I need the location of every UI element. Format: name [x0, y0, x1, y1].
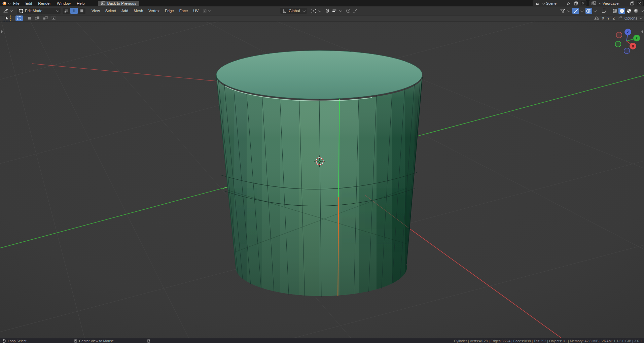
menu-render[interactable]: Render [35, 1, 54, 5]
scene-name[interactable]: Scene [546, 1, 565, 5]
blender-window: { "topbar": { "menus": ["File", "Edit", … [0, 0, 644, 343]
proportional-circle-icon [346, 8, 351, 13]
select-mode-subtract-button[interactable] [42, 15, 49, 21]
menu-mesh[interactable]: Mesh [131, 9, 146, 13]
pivot-point-button[interactable] [310, 8, 317, 14]
menu-file[interactable]: File [10, 1, 23, 5]
viewport-header: Edit Mode View Select Add Mesh Vertex Ed… [0, 6, 644, 15]
editor-type-chevron-icon [10, 9, 12, 12]
show-gizmo-button[interactable] [572, 8, 579, 14]
shading-wireframe-button[interactable] [611, 8, 618, 14]
hint-lmb-label: Loop Select [8, 339, 26, 343]
scene-chevron-icon [542, 2, 545, 4]
select-new-icon [27, 16, 32, 20]
mirror-x-toggle[interactable]: X [602, 16, 605, 20]
visibility-funnel-icon [560, 9, 565, 13]
menu-add[interactable]: Add [119, 9, 131, 13]
editor-type-button[interactable] [2, 8, 13, 14]
back-to-previous-button[interactable]: Back to Previous [98, 1, 139, 6]
shading-rendered-button[interactable] [633, 8, 639, 14]
select-mode-face-button[interactable] [78, 8, 85, 14]
topbar: File Edit Render Window Help Back to Pre… [0, 0, 644, 6]
active-tool-tweak-button[interactable] [3, 15, 11, 21]
falloff-chevron-icon [208, 9, 211, 12]
proportional-falloff-icon-button[interactable] [352, 8, 359, 14]
shading-chevron-icon [641, 9, 643, 12]
pivot-chevron-icon [319, 9, 321, 12]
menu-vertex[interactable]: Vertex [146, 9, 162, 13]
snap-base-icon[interactable] [617, 16, 622, 20]
menu-uv[interactable]: UV [190, 9, 201, 13]
blender-logo-icon[interactable] [0, 1, 8, 5]
menu-help[interactable]: Help [74, 1, 88, 5]
proportional-editing-button[interactable] [345, 8, 352, 14]
menu-edit[interactable]: Edit [23, 1, 35, 5]
hint-mmb-label: Center View to Mouse [79, 339, 114, 343]
orientation-global-icon [282, 9, 287, 13]
select-mode-intersect-button[interactable] [50, 15, 57, 21]
back-button-label: Back to Previous [107, 1, 136, 5]
overlays-icon [586, 9, 592, 13]
scene-new-button[interactable] [572, 0, 580, 6]
menu-face[interactable]: Face [177, 9, 191, 13]
wireframe-sphere-icon [612, 8, 617, 13]
proportional-falloff-dropdown[interactable] [201, 8, 212, 14]
mode-chevron-icon [56, 9, 59, 12]
menu-view[interactable]: View [89, 9, 103, 13]
show-overlays-button[interactable] [585, 8, 592, 14]
menu-window[interactable]: Window [54, 1, 74, 5]
scene-statistics: Cylinder | Verts:4/128 | Edges:3/224 | F… [454, 339, 642, 343]
gizmo-minus-z-ball[interactable] [624, 48, 630, 54]
snap-with-button[interactable] [331, 8, 338, 14]
mode-dropdown[interactable]: Edit Mode [17, 8, 61, 14]
select-mode-new-button[interactable] [26, 15, 33, 21]
viewlayer-new-button[interactable] [629, 0, 636, 6]
gizmo-icon [573, 8, 578, 13]
snap-toggle-button[interactable] [324, 8, 331, 14]
magnet-icon [325, 8, 330, 13]
scene-unlink-button[interactable] [581, 1, 586, 5]
close-icon [638, 2, 641, 5]
viewlayer-remove-button[interactable] [637, 1, 642, 5]
options-dropdown[interactable]: Options [624, 16, 642, 20]
scene-icon [535, 1, 540, 5]
mirror-z-toggle[interactable]: Z [612, 16, 615, 20]
scene-pin-button[interactable] [565, 0, 572, 6]
select-mode-edge-button[interactable] [70, 8, 78, 14]
vertex-select-icon [64, 9, 68, 13]
xray-icon [602, 8, 607, 13]
menu-edge[interactable]: Edge [162, 9, 177, 13]
select-mode-vertex-button[interactable] [63, 8, 70, 14]
cylinder-mesh[interactable] [215, 50, 424, 300]
close-icon [582, 2, 584, 5]
shading-solid-button[interactable] [618, 8, 625, 14]
gizmo-minus-x-ball[interactable] [616, 32, 622, 38]
select-extend-icon [35, 16, 40, 20]
orientation-chevron-icon [303, 9, 306, 12]
overlays-chevron-icon [594, 9, 596, 12]
viewport-toggle-cluster [557, 8, 643, 14]
origin-point [319, 160, 320, 162]
object-visibility-button[interactable] [559, 8, 566, 14]
mode-label: Edit Mode [25, 9, 53, 13]
edit-mode-icon [19, 9, 23, 13]
viewlayer-browse-button[interactable] [590, 0, 603, 6]
hint-rmb [147, 339, 150, 343]
select-mode-extend-button[interactable] [34, 15, 41, 21]
orientation-dropdown[interactable]: Global [280, 8, 307, 14]
viewlayer-name[interactable]: ViewLayer [603, 1, 629, 5]
select-box-tool-button[interactable] [15, 15, 23, 21]
falloff-curve-icon [203, 9, 207, 13]
box-select-icon [17, 16, 22, 20]
scene-browse-button[interactable] [533, 0, 546, 6]
cursor-arrow-icon [5, 16, 9, 20]
options-chevron-icon [640, 16, 642, 19]
viewport-3d[interactable]: Z Y X [0, 21, 644, 338]
toggle-xray-button[interactable] [601, 8, 607, 14]
shading-material-button[interactable] [625, 8, 632, 14]
menu-select[interactable]: Select [103, 9, 119, 13]
mirror-y-toggle[interactable]: Y [607, 16, 610, 20]
viewlayer-chevron-icon [599, 2, 601, 4]
gizmo-minus-y-ball[interactable] [615, 41, 621, 47]
pin-icon [567, 1, 571, 5]
